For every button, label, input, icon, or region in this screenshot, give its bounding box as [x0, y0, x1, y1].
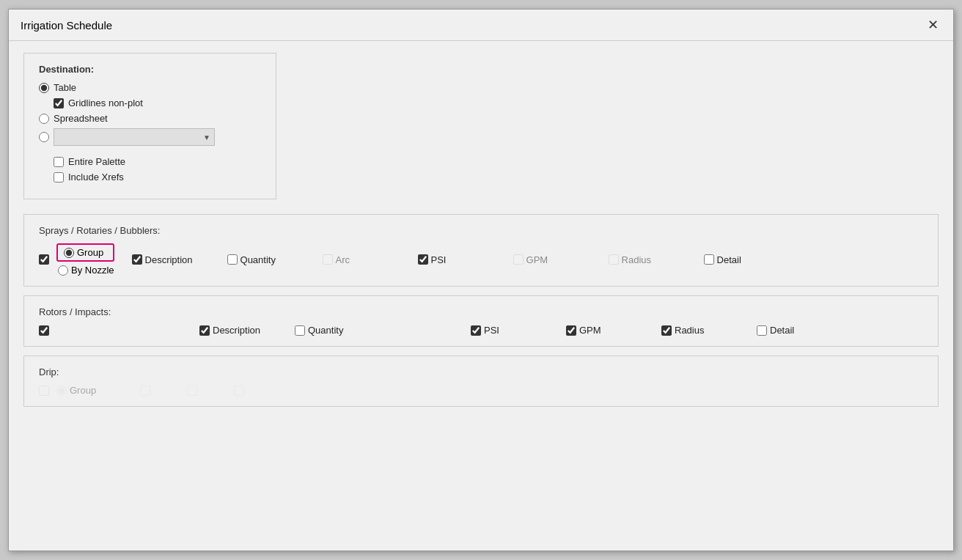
- sprays-radius-item: Radius: [609, 254, 689, 265]
- drip-options-row: Group: [39, 385, 923, 396]
- rotors-detail-label: Detail: [770, 325, 794, 336]
- gridlines-row: Gridlines non-plot: [54, 97, 261, 108]
- extra-checks: Entire Palette Include Xrefs: [39, 156, 261, 183]
- rotors-psi-label: PSI: [484, 325, 499, 336]
- sprays-options-row: Group By Nozzle Description Quantity: [39, 243, 923, 276]
- destination-table-radio[interactable]: [39, 83, 49, 93]
- dialog-title: Irrigation Schedule: [21, 19, 112, 32]
- sprays-detail-label: Detail: [717, 254, 741, 265]
- drip-options-placeholders: [140, 386, 244, 396]
- sprays-quantity-label: Quantity: [240, 254, 276, 265]
- rotors-quantity-label: Quantity: [308, 325, 343, 336]
- sprays-description-checkbox[interactable]: [132, 254, 142, 265]
- rotors-quantity-checkbox[interactable]: [295, 325, 305, 336]
- entire-palette-label: Entire Palette: [68, 156, 125, 167]
- entire-palette-checkbox[interactable]: [54, 157, 64, 167]
- destination-spreadsheet-row: Spreadsheet: [39, 113, 261, 124]
- sprays-bynozzle-row: By Nozzle: [58, 265, 114, 276]
- destination-table-row: Table: [39, 82, 261, 93]
- destination-spreadsheet-radio[interactable]: [39, 114, 49, 124]
- rotors-description-item: Description: [199, 325, 280, 336]
- rotors-quantity-item: Quantity: [295, 325, 375, 336]
- sprays-detail-checkbox[interactable]: [704, 254, 714, 265]
- custom-dropdown[interactable]: [54, 128, 215, 146]
- drip-group-radio: [56, 386, 67, 396]
- sprays-radius-label: Radius: [622, 254, 651, 265]
- close-button[interactable]: ✕: [925, 17, 941, 33]
- destination-custom-row: ▼: [39, 128, 261, 146]
- sprays-psi-checkbox[interactable]: [418, 254, 428, 265]
- drip-placeholder-checkbox-2: [187, 386, 197, 396]
- include-xrefs-row: Include Xrefs: [54, 172, 261, 183]
- sprays-arc-checkbox: [323, 254, 333, 265]
- drip-header: Drip:: [39, 366, 923, 377]
- sprays-bynozzle-radio[interactable]: [58, 265, 68, 276]
- gridlines-label: Gridlines non-plot: [68, 97, 143, 108]
- sprays-quantity-checkbox[interactable]: [227, 254, 238, 265]
- sprays-gpm-label: GPM: [526, 254, 548, 265]
- title-bar: Irrigation Schedule ✕: [9, 10, 953, 41]
- rotors-detail-checkbox[interactable]: [757, 325, 767, 336]
- rotors-master-checkbox[interactable]: [39, 325, 49, 336]
- sprays-description-label: Description: [145, 254, 193, 265]
- sprays-arc-item: Arc: [323, 254, 403, 265]
- sprays-arc-label: Arc: [336, 254, 350, 265]
- rotors-description-label: Description: [213, 325, 260, 336]
- rotors-description-checkbox[interactable]: [199, 325, 210, 336]
- drip-group-label: Group: [70, 385, 96, 396]
- sprays-detail-item: Detail: [704, 254, 785, 265]
- rotors-psi-checkbox[interactable]: [471, 325, 481, 336]
- destination-table-label: Table: [54, 82, 76, 93]
- include-xrefs-checkbox[interactable]: [54, 172, 64, 183]
- destination-custom-radio[interactable]: [39, 132, 49, 142]
- group-highlighted-box: Group: [56, 243, 114, 262]
- drip-group-col: Group: [56, 385, 96, 396]
- destination-section: Destination: Table Gridlines non-plot Sp…: [23, 53, 276, 199]
- destination-label: Destination:: [39, 64, 261, 75]
- rotors-header: Rotors / Impacts:: [39, 306, 923, 317]
- rotors-detail-item: Detail: [757, 325, 837, 336]
- rotors-section: Rotors / Impacts: Description Quantity: [23, 295, 939, 347]
- gridlines-checkbox[interactable]: [54, 98, 64, 108]
- entire-palette-row: Entire Palette: [54, 156, 261, 167]
- rotors-psi-item: PSI: [471, 325, 551, 336]
- custom-dropdown-wrapper: ▼: [54, 128, 215, 146]
- drip-master-checkbox: [39, 386, 49, 396]
- rotors-options-row: Description Quantity PSI GPM: [39, 325, 923, 336]
- rotors-radius-label: Radius: [675, 325, 704, 336]
- rotors-gpm-item: GPM: [566, 325, 647, 336]
- sprays-master-checkbox[interactable]: [39, 254, 49, 265]
- rotors-radius-item: Radius: [661, 325, 742, 336]
- sprays-group-col: Group By Nozzle: [56, 243, 114, 276]
- dialog-body: Destination: Table Gridlines non-plot Sp…: [9, 41, 953, 419]
- sprays-quantity-item: Quantity: [227, 254, 308, 265]
- drip-placeholder-checkbox-3: [234, 386, 244, 396]
- destination-spreadsheet-label: Spreadsheet: [54, 113, 108, 124]
- sprays-group-label: Group: [77, 247, 103, 258]
- sprays-radius-checkbox: [609, 254, 619, 265]
- irrigation-schedule-dialog: Irrigation Schedule ✕ Destination: Table…: [8, 9, 954, 551]
- drip-section: Drip: Group: [23, 355, 939, 407]
- sprays-bynozzle-label: By Nozzle: [71, 265, 114, 276]
- sprays-description-item: Description: [132, 254, 213, 265]
- sprays-section: Sprays / Rotaries / Bubblers: Group By N…: [23, 214, 939, 287]
- sprays-gpm-checkbox: [513, 254, 524, 265]
- sprays-psi-item: PSI: [418, 254, 499, 265]
- rotors-gpm-label: GPM: [579, 325, 601, 336]
- rotors-radius-checkbox[interactable]: [661, 325, 672, 336]
- sprays-psi-label: PSI: [431, 254, 447, 265]
- include-xrefs-label: Include Xrefs: [68, 172, 124, 183]
- sprays-header: Sprays / Rotaries / Bubblers:: [39, 225, 923, 236]
- drip-placeholder-checkbox-1: [140, 386, 150, 396]
- sprays-group-radio[interactable]: [64, 248, 74, 258]
- sprays-gpm-item: GPM: [513, 254, 594, 265]
- rotors-gpm-checkbox[interactable]: [566, 325, 576, 336]
